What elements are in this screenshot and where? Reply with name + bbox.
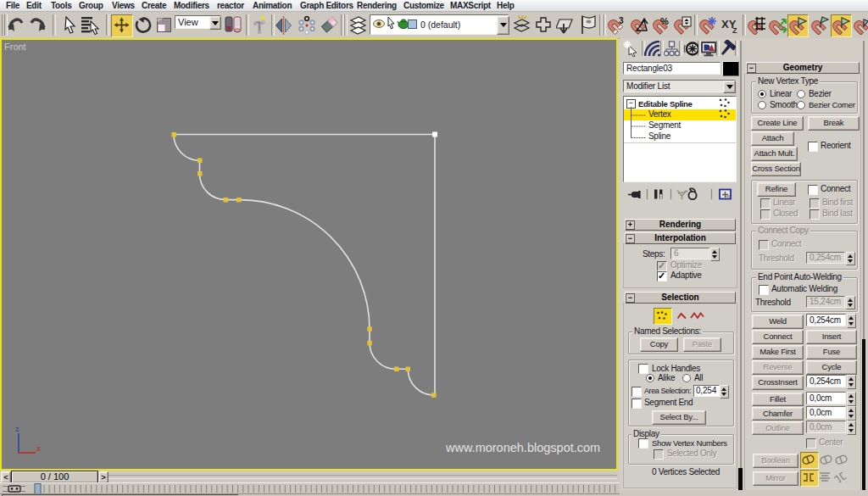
svg-text:z: z — [15, 425, 19, 433]
svg-text:x: x — [36, 444, 41, 453]
svg-text:Z: Z — [732, 26, 737, 34]
svg-text:3: 3 — [619, 16, 624, 25]
svg-text:%: % — [660, 16, 669, 26]
